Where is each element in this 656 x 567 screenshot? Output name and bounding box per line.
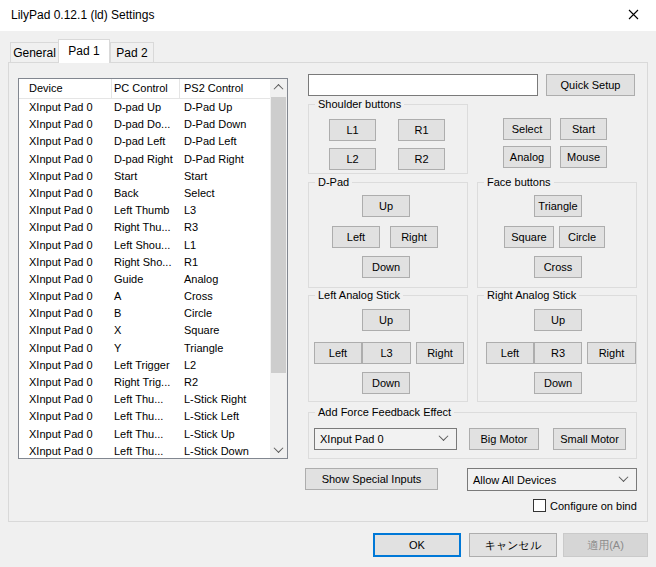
rstick-up-button[interactable]: Up bbox=[534, 309, 582, 331]
r3-button[interactable]: R3 bbox=[534, 342, 582, 364]
configure-on-bind-checkbox[interactable] bbox=[533, 499, 546, 512]
table-row[interactable]: XInput Pad 0D-pad Do...D-Pad Down bbox=[19, 116, 270, 133]
cross-button[interactable]: Cross bbox=[534, 256, 582, 278]
scrollbar-thumb[interactable] bbox=[271, 97, 286, 373]
lstick-left-button[interactable]: Left bbox=[314, 342, 362, 364]
device-cell: XInput Pad 0 bbox=[19, 426, 112, 443]
r1-button[interactable]: R1 bbox=[398, 119, 445, 141]
column-header-ps2-control[interactable]: PS2 Control bbox=[180, 79, 270, 98]
tab-general[interactable]: General bbox=[10, 42, 59, 63]
table-row[interactable]: XInput Pad 0Left Shou...L1 bbox=[19, 237, 270, 254]
circle-button[interactable]: Circle bbox=[559, 226, 605, 248]
analog-button[interactable]: Analog bbox=[503, 146, 551, 168]
square-button[interactable]: Square bbox=[504, 226, 554, 248]
show-special-inputs-button[interactable]: Show Special Inputs bbox=[305, 468, 438, 490]
dpad-up-button[interactable]: Up bbox=[362, 195, 410, 217]
ps2-control-cell: L1 bbox=[180, 237, 270, 254]
table-row[interactable]: XInput Pad 0Left Thu...L-Stick Up bbox=[19, 426, 270, 443]
lstick-right-button[interactable]: Right bbox=[416, 342, 464, 364]
shoulder-buttons-group: Shoulder buttons L1 R1 L2 R2 bbox=[308, 104, 468, 174]
chevron-down-icon bbox=[274, 443, 284, 453]
table-row[interactable]: XInput Pad 0D-pad LeftD-Pad Left bbox=[19, 133, 270, 150]
device-cell: XInput Pad 0 bbox=[19, 340, 112, 357]
chevron-up-icon bbox=[274, 84, 284, 94]
l1-button[interactable]: L1 bbox=[329, 119, 376, 141]
ok-label: OK bbox=[409, 539, 425, 551]
scrollbar-down-button[interactable] bbox=[270, 441, 287, 458]
r2-button[interactable]: R2 bbox=[398, 148, 445, 170]
pc-control-cell: B bbox=[112, 305, 180, 322]
device-cell: XInput Pad 0 bbox=[19, 391, 112, 408]
l2-button[interactable]: L2 bbox=[329, 148, 376, 170]
lstick-up-button[interactable]: Up bbox=[362, 309, 410, 331]
select-button[interactable]: Select bbox=[503, 118, 551, 140]
ps2-control-cell: Analog bbox=[180, 271, 270, 288]
ps2-control-cell: D-Pad Down bbox=[180, 116, 270, 133]
pc-control-cell: Right Sho... bbox=[112, 254, 180, 271]
titlebar: LilyPad 0.12.1 (ld) Settings bbox=[0, 0, 656, 31]
pc-control-cell: Guide bbox=[112, 271, 180, 288]
table-row[interactable]: XInput Pad 0Right Trig...R2 bbox=[19, 374, 270, 391]
table-row[interactable]: XInput Pad 0D-pad UpD-Pad Up bbox=[19, 99, 270, 116]
table-row[interactable]: XInput Pad 0Right Sho...R1 bbox=[19, 254, 270, 271]
small-motor-button[interactable]: Small Motor bbox=[553, 428, 626, 450]
column-header-device[interactable]: Device bbox=[19, 79, 112, 98]
r3-label: R3 bbox=[551, 347, 565, 359]
tab-pad1[interactable]: Pad 1 bbox=[58, 39, 110, 63]
cancel-button[interactable]: キャンセル bbox=[469, 533, 557, 557]
big-motor-button[interactable]: Big Motor bbox=[469, 428, 539, 450]
table-row[interactable]: XInput Pad 0Left TriggerL2 bbox=[19, 357, 270, 374]
configure-on-bind-label[interactable]: Configure on bind bbox=[550, 499, 637, 513]
close-button[interactable] bbox=[611, 0, 656, 31]
table-row[interactable]: XInput Pad 0XSquare bbox=[19, 322, 270, 339]
table-row[interactable]: XInput Pad 0Right Thu...R3 bbox=[19, 219, 270, 236]
ps2-control-cell: R2 bbox=[180, 374, 270, 391]
device-cell: XInput Pad 0 bbox=[19, 237, 112, 254]
table-row[interactable]: XInput Pad 0Left Thu...L-Stick Right bbox=[19, 391, 270, 408]
binding-capture-input[interactable] bbox=[308, 74, 538, 96]
pc-control-cell: Left Trigger bbox=[112, 357, 180, 374]
tab-pad2[interactable]: Pad 2 bbox=[110, 42, 154, 63]
ok-button[interactable]: OK bbox=[373, 533, 461, 557]
pc-control-cell: Y bbox=[112, 340, 180, 357]
table-row[interactable]: XInput Pad 0Left ThumbL3 bbox=[19, 202, 270, 219]
table-row[interactable]: XInput Pad 0BCircle bbox=[19, 305, 270, 322]
dpad-up-label: Up bbox=[379, 200, 393, 212]
start-button[interactable]: Start bbox=[560, 118, 607, 140]
mouse-button[interactable]: Mouse bbox=[560, 146, 607, 168]
device-filter-value: Allow All Devices bbox=[473, 474, 556, 486]
pc-control-cell: D-pad Right bbox=[112, 151, 180, 168]
table-row[interactable]: XInput Pad 0ACross bbox=[19, 288, 270, 305]
circle-label: Circle bbox=[568, 231, 596, 243]
rstick-left-button[interactable]: Left bbox=[486, 342, 534, 364]
force-feedback-device-dropdown[interactable]: XInput Pad 0 bbox=[314, 428, 457, 450]
table-row[interactable]: XInput Pad 0GuideAnalog bbox=[19, 271, 270, 288]
lstick-down-button[interactable]: Down bbox=[362, 372, 410, 394]
list-scrollbar[interactable] bbox=[270, 79, 287, 458]
l3-button[interactable]: L3 bbox=[362, 342, 411, 364]
table-row[interactable]: XInput Pad 0YTriangle bbox=[19, 340, 270, 357]
table-row[interactable]: XInput Pad 0Left Thu...L-Stick Down bbox=[19, 443, 270, 458]
dpad-right-button[interactable]: Right bbox=[390, 226, 438, 248]
device-filter-dropdown[interactable]: Allow All Devices bbox=[467, 468, 637, 491]
pc-control-cell: Left Thu... bbox=[112, 408, 180, 425]
ps2-control-cell: D-Pad Left bbox=[180, 133, 270, 150]
dpad-left-button[interactable]: Left bbox=[332, 226, 380, 248]
dpad-down-button[interactable]: Down bbox=[362, 256, 410, 278]
rstick-right-button[interactable]: Right bbox=[587, 342, 636, 364]
quick-setup-button[interactable]: Quick Setup bbox=[546, 74, 635, 96]
lstick-right-label: Right bbox=[427, 347, 453, 359]
rstick-down-label: Down bbox=[544, 377, 572, 389]
table-row[interactable]: XInput Pad 0D-pad RightD-Pad Right bbox=[19, 151, 270, 168]
scrollbar-up-button[interactable] bbox=[270, 79, 287, 96]
mouse-label: Mouse bbox=[567, 151, 600, 163]
triangle-button[interactable]: Triangle bbox=[534, 195, 582, 217]
force-feedback-group: Add Force Feedback Effect XInput Pad 0 B… bbox=[308, 412, 637, 459]
column-header-pc-control[interactable]: PC Control bbox=[112, 79, 180, 98]
rstick-down-button[interactable]: Down bbox=[534, 372, 582, 394]
tab-pad2-label: Pad 2 bbox=[116, 46, 147, 60]
table-row[interactable]: XInput Pad 0Left Thu...L-Stick Left bbox=[19, 408, 270, 425]
l2-label: L2 bbox=[346, 153, 358, 165]
table-row[interactable]: XInput Pad 0BackSelect bbox=[19, 185, 270, 202]
table-row[interactable]: XInput Pad 0StartStart bbox=[19, 168, 270, 185]
